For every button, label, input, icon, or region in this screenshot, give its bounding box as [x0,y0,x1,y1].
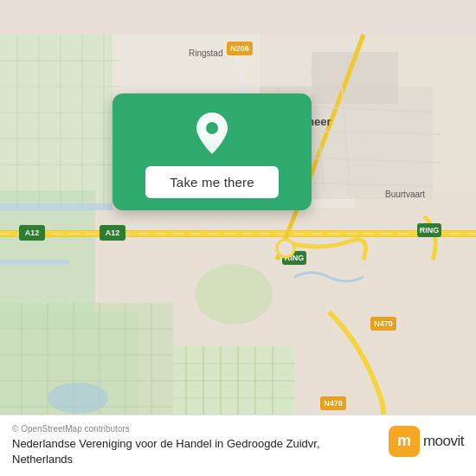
svg-text:N470: N470 [324,399,343,408]
svg-point-69 [195,264,273,325]
location-title: Nederlandse Vereniging voor de Handel in… [12,436,341,467]
svg-text:A12: A12 [106,228,120,237]
svg-point-43 [48,383,108,414]
moovit-brand-name: moovit [423,433,464,450]
map-container: A12 A12 N206 RING RING N470 N470 [0,0,476,476]
bottom-bar: © OpenStreetMap contributors Nederlandse… [0,415,476,476]
action-card: Take me there [113,93,312,210]
svg-text:N206: N206 [230,44,249,53]
svg-text:N470: N470 [374,319,393,328]
svg-point-73 [206,122,218,134]
copyright-text: © OpenStreetMap contributors [12,424,341,434]
svg-rect-7 [0,260,69,265]
map-svg: A12 A12 N206 RING RING N470 N470 [0,0,476,476]
svg-text:Buurtvaart: Buurtvaart [385,190,425,199]
location-pin-icon [188,109,236,158]
moovit-m-icon: m [389,426,420,457]
moovit-logo: m moovit [389,426,464,457]
bottom-info: © OpenStreetMap contributors Nederlandse… [12,424,341,467]
svg-text:RING: RING [420,226,440,235]
take-me-there-button[interactable]: Take me there [145,166,279,198]
svg-point-70 [277,240,294,257]
svg-text:Ringstad: Ringstad [189,48,222,58]
map-background: A12 A12 N206 RING RING N470 N470 [0,0,476,476]
svg-text:A12: A12 [25,228,40,237]
